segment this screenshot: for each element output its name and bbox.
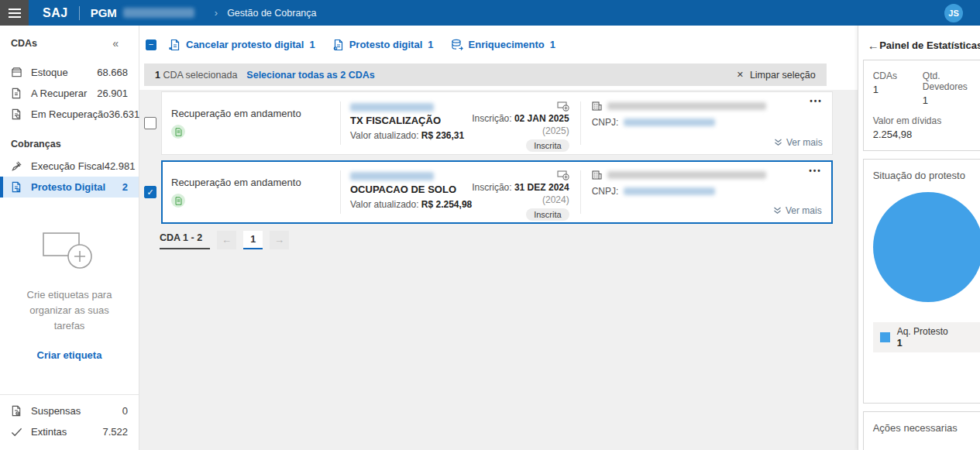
count-badge: 0: [122, 405, 128, 417]
sidebar-item-execucao-fiscal[interactable]: Execução Fiscal 42.981: [0, 156, 139, 177]
protest-digital-button[interactable]: Protesto digital 1: [332, 39, 434, 51]
count-badge: 36.631: [108, 108, 139, 120]
actions-card-title: Ações necessarias: [873, 422, 980, 434]
sidebar-item-suspensas[interactable]: Suspensas 0: [0, 400, 139, 421]
statistics-panel: ← Painel de Estatísticas ••• CDAs 1 Qtd.…: [858, 26, 980, 450]
sidebar-item-estoque[interactable]: Estoque 68.668: [0, 62, 139, 83]
ver-mais-button[interactable]: Ver mais: [773, 205, 822, 216]
cda-card-selected[interactable]: Recuperação em andamento OCUPACAO DE SOL…: [161, 160, 833, 224]
selection-bar: 1 CDA selecionada Selecionar todas as 2 …: [144, 64, 827, 86]
document-recover-icon: [11, 88, 23, 100]
count-badge: 2: [122, 181, 128, 193]
sidebar-section-cobrancas: Cobranças: [0, 125, 139, 154]
enrichment-button[interactable]: Enriquecimento 1: [451, 39, 555, 51]
double-chevron-down-icon: [773, 207, 782, 215]
clear-selection-button[interactable]: ✕ Limpar seleção: [737, 70, 816, 81]
label-add-icon[interactable]: [557, 170, 569, 180]
legend-swatch-icon: [880, 332, 890, 342]
inscription-year: (2024): [542, 194, 569, 205]
inscribed-green-badge-icon: [171, 194, 185, 208]
tax-name: TX FISCALIZAÇÃO: [350, 115, 464, 126]
ver-mais-button[interactable]: Ver mais: [774, 137, 823, 148]
app-logo: SAJ: [43, 6, 68, 20]
double-chevron-down-icon: [774, 139, 782, 146]
document-progress-icon: [11, 108, 23, 121]
selected-text: CDA selecionada: [163, 70, 237, 81]
gavel-pin-icon: [11, 160, 23, 173]
status-badge: Inscrita: [526, 139, 569, 152]
cda-row: ✓ Recuperação em andamento OCUPACAO DE S…: [144, 160, 858, 224]
actions-toolbar: − Cancelar protesto digital 1 Protesto d…: [139, 26, 858, 64]
protest-status-chart-card: Situação do protesto Aq. Protesto 1: [863, 159, 980, 404]
main-content: − Cancelar protesto digital 1 Protesto d…: [139, 26, 858, 450]
cancel-protest-button[interactable]: Cancelar protesto digital 1: [169, 39, 315, 51]
sidebar-item-protesto-digital[interactable]: Protesto Digital 2: [0, 177, 139, 198]
count-badge: 26.901: [97, 88, 128, 99]
row-checkbox[interactable]: [144, 117, 156, 129]
row-checkbox[interactable]: ✓: [144, 186, 156, 198]
labels-empty-state: Crie etiquetas para organizar as suas ta…: [0, 227, 139, 361]
action-count: 1: [309, 39, 315, 50]
chart-legend-item[interactable]: Aq. Protesto 1: [873, 322, 980, 352]
debtor-name-redacted: [607, 102, 766, 110]
current-page-button[interactable]: 1: [243, 231, 263, 249]
status-badge: Inscrita: [526, 208, 569, 221]
sidebar-title: CDAs: [11, 38, 37, 49]
summary-stats-card: CDAs 1 Qtd. Devedores 1 Valor em dívidas…: [863, 60, 980, 151]
pie-chart[interactable]: [873, 192, 980, 302]
valor-stat-value: 2.254,98: [873, 129, 980, 140]
debtor-name-redacted: [607, 171, 766, 179]
sidebar-item-a-recuperar[interactable]: A Recuperar 26.901: [0, 83, 139, 104]
sidebar: CDAs « Estoque 68.668 A Recuperar 26.901: [0, 26, 139, 450]
chart-title: Situação do protesto: [873, 170, 980, 181]
breadcrumb[interactable]: Gestão de Cobrança: [227, 8, 316, 19]
cda-row: Recuperação em andamento TX FISCALIZAÇÃO…: [144, 91, 858, 155]
cnpj-value-redacted: [624, 119, 715, 126]
sidebar-footer: Suspensas 0 Extintas 7.522: [0, 394, 139, 450]
sidebar-item-extintas[interactable]: Extintas 7.522: [0, 421, 139, 442]
select-all-checkbox[interactable]: −: [146, 40, 156, 50]
status-label: Recuperação em andamento: [171, 177, 340, 188]
document-protest-icon: [11, 181, 23, 194]
create-label-link[interactable]: Criar etiqueta: [37, 349, 102, 361]
document-paused-icon: [11, 405, 23, 417]
org-name: PGM: [91, 6, 117, 19]
document-protest-icon: [332, 39, 344, 51]
cdas-stat-value: 1: [873, 84, 923, 95]
action-count: 1: [550, 39, 555, 50]
valor-stat-label: Valor em dívidas: [873, 115, 980, 126]
database-icon: [451, 39, 463, 51]
topbar-divider: [79, 6, 80, 20]
top-bar: SAJ PGM › Gestão de Cobrança JS: [0, 0, 980, 26]
empty-state-message: Crie etiquetas para organizar as suas ta…: [17, 287, 122, 334]
sidebar-item-em-recuperacao[interactable]: Em Recuperação 36.631: [0, 104, 139, 125]
status-label: Recuperação em andamento: [171, 108, 340, 119]
tax-name: OCUPACAO DE SOLO: [350, 184, 472, 195]
more-menu-icon[interactable]: •••: [809, 167, 822, 175]
select-all-link[interactable]: Selecionar todas as 2 CDAs: [246, 70, 374, 81]
next-page-icon[interactable]: →: [270, 231, 289, 249]
back-arrow-icon[interactable]: ←: [868, 39, 879, 52]
more-menu-icon[interactable]: •••: [810, 97, 823, 105]
selected-count: 1: [155, 70, 160, 81]
panel-title: Painel de Estatísticas: [879, 40, 980, 51]
inscription-year: (2025): [542, 125, 569, 136]
cdas-stat-label: CDAs: [873, 70, 923, 81]
cda-card[interactable]: Recuperação em andamento TX FISCALIZAÇÃO…: [161, 91, 833, 155]
user-avatar[interactable]: JS: [944, 4, 963, 22]
hamburger-menu-icon[interactable]: [0, 0, 29, 26]
updated-value: R$ 236,31: [421, 130, 464, 141]
result-range[interactable]: CDA 1 - 2: [160, 230, 210, 249]
label-add-icon[interactable]: [557, 101, 569, 112]
devedores-stat-label: Qtd. Devedores: [923, 70, 980, 92]
document-cancel-icon: [169, 39, 181, 51]
pagination: CDA 1 - 2 ← 1 →: [160, 230, 858, 249]
collapse-sidebar-icon[interactable]: «: [112, 37, 119, 50]
create-label-illustration-icon: [41, 227, 98, 272]
inscribed-green-badge-icon: [171, 125, 185, 139]
cda-list: Recuperação em andamento TX FISCALIZAÇÃO…: [139, 90, 858, 224]
close-icon: ✕: [737, 70, 744, 80]
count-badge: 68.668: [97, 67, 128, 78]
prev-page-icon[interactable]: ←: [217, 231, 236, 249]
cda-number-redacted: [350, 103, 434, 112]
